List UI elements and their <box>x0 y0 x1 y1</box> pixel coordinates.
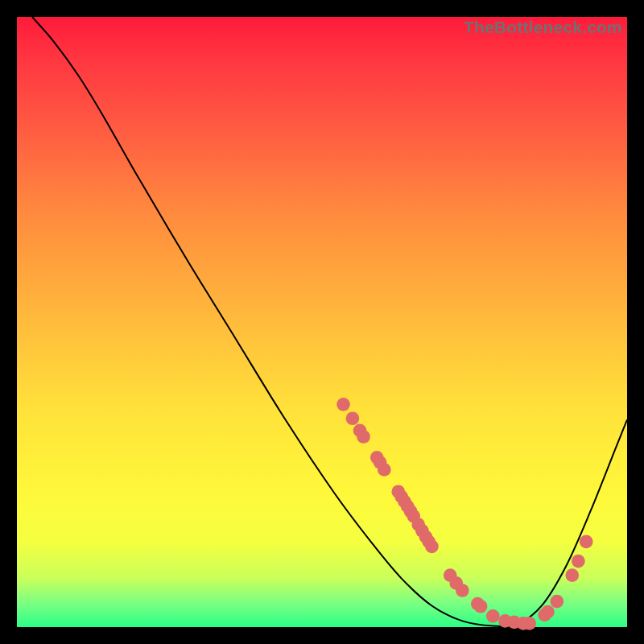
data-marker <box>346 411 360 425</box>
data-marker <box>565 568 579 582</box>
chart-svg <box>17 17 627 627</box>
data-marker <box>541 605 555 619</box>
data-marker <box>357 430 370 444</box>
data-marker <box>456 584 469 597</box>
data-marker <box>336 398 350 411</box>
data-marker <box>378 463 391 477</box>
data-marker <box>474 600 488 613</box>
data-marker <box>580 535 593 549</box>
data-marker <box>425 540 439 554</box>
data-marker <box>522 617 536 630</box>
data-marker <box>550 595 564 609</box>
data-marker <box>572 555 585 568</box>
markers-group <box>336 398 592 630</box>
chart-gradient-area: TheBottleneck.com <box>17 17 627 627</box>
bottleneck-curve <box>32 17 627 626</box>
data-marker <box>486 609 500 623</box>
